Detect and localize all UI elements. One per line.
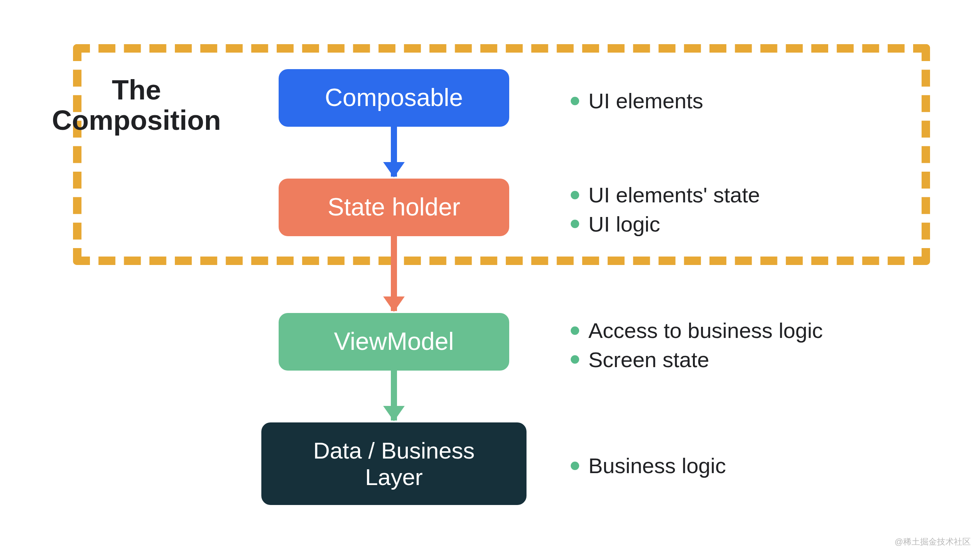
block-data-layer: Data / Business Layer [261,422,527,505]
bullet-text: UI elements' state [588,180,760,210]
bullets-viewmodel: Access to business logic Screen state [571,316,823,374]
bullet-text: UI logic [588,210,660,239]
bullet-dot-icon [571,355,579,364]
bullet-text: Screen state [588,345,709,374]
block-state-holder-label: State holder [327,193,460,222]
list-item: UI elements [571,86,703,116]
block-viewmodel: ViewModel [279,313,509,371]
block-viewmodel-label: ViewModel [334,328,454,356]
bullet-text: Business logic [588,451,726,480]
block-composable-label: Composable [325,84,463,112]
list-item: Access to business logic [571,316,823,345]
bullet-dot-icon [571,326,579,335]
list-item: Screen state [571,345,823,374]
watermark-text: @稀土掘金技术社区 [895,537,971,546]
watermark: @稀土掘金技术社区 [895,536,971,548]
list-item: UI elements' state [571,180,760,210]
bullet-text: Access to business logic [588,316,823,345]
arrow-viewmodel-to-datalayer [392,371,396,421]
block-composable: Composable [279,69,509,127]
block-state-holder: State holder [279,179,509,236]
bullet-dot-icon [571,220,579,228]
block-data-layer-label: Data / Business Layer [313,437,475,490]
arrow-stateholder-to-viewmodel [392,236,396,311]
bullet-text: UI elements [588,86,703,116]
bullets-data-layer: Business logic [571,451,726,480]
composition-label-line1: The [112,75,161,105]
bullet-dot-icon [571,97,579,105]
arrow-composable-to-stateholder [392,127,396,177]
list-item: UI logic [571,210,760,239]
bullet-dot-icon [571,462,579,470]
bullet-dot-icon [571,191,579,199]
diagram-canvas: { "region_label_line1": "The", "region_l… [0,0,980,553]
list-item: Business logic [571,451,726,480]
bullets-composable: UI elements [571,86,703,116]
composition-label-line2: Composition [52,105,221,136]
bullets-state-holder: UI elements' state UI logic [571,180,760,238]
composition-label: The Composition [37,75,236,136]
